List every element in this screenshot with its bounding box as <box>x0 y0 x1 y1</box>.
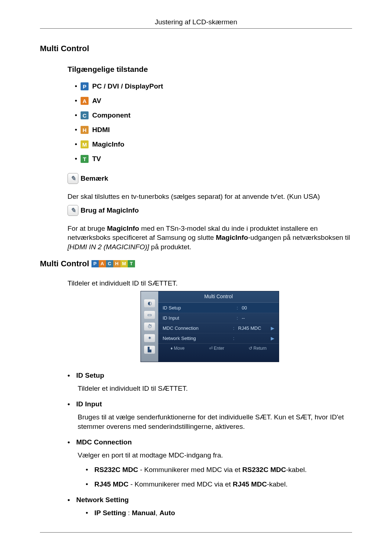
magicinfo-label: Brug af MagicInfo <box>81 206 139 214</box>
sub-item: • IP Setting : Manual, Auto <box>86 508 352 518</box>
mode-label: PC / DVI / DisplayPort <box>92 82 163 90</box>
text: Enter <box>214 346 224 351</box>
osd-foot-return: ↺ Return <box>249 346 266 351</box>
mini-mode-icon: P <box>91 260 99 267</box>
mode-letter-icon: C <box>81 111 89 119</box>
osd-foot-enter: ⏎ Enter <box>209 346 224 351</box>
bullet-icon: • <box>75 155 77 163</box>
mode-item: • P PC / DVI / DisplayPort <box>75 82 352 90</box>
mode-letter-icon: M <box>81 140 89 148</box>
osd-row-label: ID Setup <box>163 305 237 311</box>
osd-row[interactable]: ID Setup : 00 <box>158 303 279 313</box>
mini-mode-icon: H <box>113 260 121 267</box>
sub-list: • RS232C MDC - Kommunikerer med MDC via … <box>68 465 352 489</box>
bullet-icon: • <box>86 480 88 489</box>
definition-body: Tildeler et individuelt ID til SÆTTET. <box>68 384 352 393</box>
sub-item: • RJ45 MDC - Kommunikerer med MDC via et… <box>86 480 352 489</box>
osd-footer: ♦ Move ⏎ Enter ↺ Return <box>158 343 279 353</box>
mode-label: Component <box>92 111 131 119</box>
note-block: ✎ Bemærk <box>40 173 352 184</box>
bullet-icon: • <box>75 82 77 90</box>
osd-row-value: 00 <box>242 305 274 311</box>
section-title-multi-control: Multi Control <box>40 44 352 53</box>
text-bold: RS232C MDC <box>94 466 138 473</box>
definition-item: • Network Setting • IP Setting : Manual,… <box>68 496 352 518</box>
osd-row-colon: : <box>233 325 238 331</box>
text-bold: Auto <box>159 509 175 517</box>
mode-letter-icon: P <box>81 82 89 90</box>
osd-sidebar: ◐ ▭ ⏱ ✶ ▙ <box>141 291 158 362</box>
definition-body: Vælger en port til at modtage MDC-indgan… <box>68 451 352 460</box>
modes-title: Tilgængelige tilstande <box>40 65 352 74</box>
modes-list: • P PC / DVI / DisplayPort• A AV• C Comp… <box>40 82 352 163</box>
osd-title: Multi Control <box>158 291 279 303</box>
mode-label: TV <box>92 155 101 163</box>
mode-item: • T TV <box>75 155 352 163</box>
mode-item: • H HDMI <box>75 126 352 134</box>
sub-item: • RS232C MDC - Kommunikerer med MDC via … <box>86 465 352 475</box>
mode-item: • M MagicInfo <box>75 140 352 148</box>
mini-mode-icon: M <box>121 260 128 267</box>
section2-title-row: Multi Control PACHMT <box>40 259 352 268</box>
mode-label: HDMI <box>92 126 110 134</box>
text: Move <box>174 346 184 351</box>
osd-row[interactable]: MDC Connection : RJ45 MDC ▶ <box>158 323 279 333</box>
osd-row-colon: : <box>237 305 242 311</box>
definition-term: ID Input <box>76 400 102 408</box>
mini-mode-icon: C <box>106 260 113 267</box>
bullet-icon: • <box>75 111 77 119</box>
page: Justering af LCD-skærmen Multi Control T… <box>0 0 392 554</box>
mode-letter-icon: H <box>81 126 89 134</box>
osd-row-colon: : <box>233 336 238 341</box>
bullet-icon: • <box>75 126 77 134</box>
bullet-icon: • <box>75 140 77 148</box>
osd-side-icon: ▙ <box>144 346 155 354</box>
text: -udgangen på netværksboksen til <box>248 234 350 241</box>
osd-row[interactable]: ID Input : -- <box>158 313 279 323</box>
section2-intro: Tildeler et individuelt ID til SÆTTET. <box>68 279 352 287</box>
mode-item: • C Component <box>75 111 352 119</box>
note-icon: ✎ <box>68 205 78 216</box>
text-bold: IP Setting <box>94 509 126 517</box>
page-footer-rule <box>40 532 352 533</box>
chevron-right-icon: ▶ <box>271 325 274 331</box>
text-bold: RS232C MDC <box>242 466 286 473</box>
bullet-icon: • <box>75 97 77 105</box>
definition-item: • MDC ConnectionVælger en port til at mo… <box>68 438 352 489</box>
mode-letter-icon: A <box>81 97 89 105</box>
osd-side-icon: ▭ <box>144 311 155 319</box>
mini-mode-icon: A <box>99 260 106 267</box>
section2-title: Multi Control <box>40 259 89 268</box>
osd-row-value: -- <box>242 315 274 321</box>
osd-row-label: Network Setting <box>163 336 233 341</box>
mini-mode-icon: T <box>128 260 135 267</box>
note-label: Bemærk <box>81 175 108 182</box>
bullet-icon: • <box>68 400 70 408</box>
osd-row-label: MDC Connection <box>163 325 233 331</box>
osd-side-icon: ◐ <box>144 299 155 307</box>
text: For at bruge <box>68 225 107 232</box>
text-bold: MagicInfo <box>107 225 139 232</box>
definition-term: Network Setting <box>76 496 129 504</box>
bullet-icon: • <box>86 508 88 518</box>
bullet-icon: • <box>68 496 70 504</box>
definition-item: • ID SetupTildeler et individuelt ID til… <box>68 372 352 393</box>
mode-label: MagicInfo <box>92 140 124 148</box>
mode-item: • A AV <box>75 97 352 105</box>
text-bold: MagicInfo <box>216 234 248 241</box>
page-header: Justering af LCD-skærmen <box>40 18 352 29</box>
osd-row[interactable]: Network Setting : ▶ <box>158 333 279 343</box>
osd-row-value: RJ45 MDC <box>238 325 271 331</box>
text-bold: RJ45 MDC <box>94 480 128 488</box>
definition-list: • ID SetupTildeler et individuelt ID til… <box>40 372 352 518</box>
bullet-icon: • <box>68 372 70 379</box>
definition-term: MDC Connection <box>76 438 132 446</box>
osd-side-icon: ✶ <box>144 334 155 342</box>
text-italic: [HDMI IN 2 (MAGICINFO)] <box>68 243 149 251</box>
mode-label: AV <box>92 97 101 105</box>
osd-panel: ◐ ▭ ⏱ ✶ ▙ Multi Control ID Setup : 00 ID… <box>140 291 279 362</box>
mode-letter-icon: T <box>81 155 89 163</box>
osd-foot-move: ♦ Move <box>171 346 185 351</box>
definition-body: Bruges til at vælge senderfunktionerne f… <box>68 413 352 431</box>
osd-row-colon: : <box>237 315 242 321</box>
